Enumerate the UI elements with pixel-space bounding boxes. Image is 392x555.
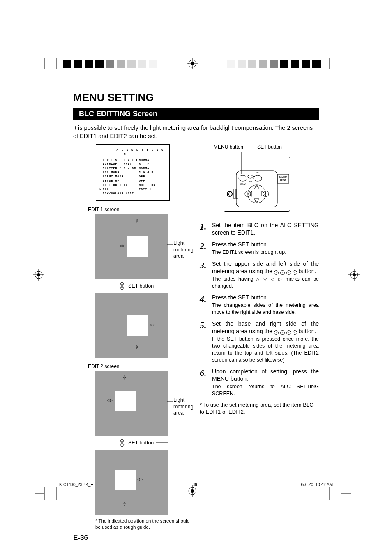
- dpad-icon: ◦: [293, 270, 297, 275]
- svg-rect-3: [63, 60, 71, 68]
- dpad-icon: ◦: [280, 270, 285, 275]
- alc-settings-panel: – – – A L C S E T T I N G S – – – I R I …: [96, 144, 170, 201]
- alc-row: AVERAGE : PEAK8 : 2: [99, 162, 166, 166]
- step-1: 1.Set the item BLC on the ALC SETTING sc…: [200, 221, 319, 236]
- svg-rect-8: [117, 60, 125, 68]
- svg-rect-16: [227, 60, 235, 68]
- set-text: SET: [256, 171, 260, 174]
- menu-button-label: MENU button: [214, 144, 243, 150]
- page-number: E-36: [73, 534, 88, 541]
- edit2-screen: △▽ ◁ ▷: [95, 371, 168, 436]
- svg-rect-18: [248, 60, 256, 68]
- svg-rect-64: [277, 174, 289, 183]
- up-down-arrow-icon: [118, 281, 126, 290]
- svg-rect-23: [302, 60, 310, 68]
- step-3: 3.Set the upper side and left side of th…: [200, 260, 319, 290]
- svg-point-53: [228, 193, 231, 195]
- alc-row: LOLUX MODEOFF: [99, 175, 166, 179]
- svg-text:SETUP: SETUP: [280, 179, 286, 181]
- svg-rect-54: [234, 189, 235, 199]
- svg-rect-7: [106, 60, 114, 68]
- edit2-label: EDIT 2 screen: [88, 364, 192, 369]
- alc-row: SHUTTER / E x DRNORMAL: [99, 166, 166, 170]
- step-2: 2.Press the SET button.The EDIT1 screen …: [200, 241, 319, 256]
- step-6: 6.Upon completion of setting, press the …: [200, 368, 319, 397]
- registration-mark-left: [33, 269, 44, 281]
- svg-rect-11: [149, 60, 157, 68]
- alc-row: B&W/COLOUR MODE: [99, 191, 166, 196]
- section-heading: BLC EDITTING Screen: [73, 108, 319, 120]
- intro-text: It is possible to set freely the light m…: [73, 124, 319, 140]
- alc-row: >BLCEDIT 1: [99, 187, 166, 191]
- svg-point-57: [239, 175, 247, 181]
- alc-row: PR I OR I TYMOT I ON: [99, 183, 166, 187]
- svg-text:CAMERA: CAMERA: [279, 176, 287, 178]
- print-footer: TK-C1430_23-44_E 36 05.6.20, 10:42 AM: [57, 482, 333, 487]
- dpad-icon: ◦: [274, 270, 279, 275]
- svg-rect-17: [238, 60, 246, 68]
- dpad-icon: ◦: [274, 330, 279, 335]
- controller-diagram: SET AWS MENU: [224, 157, 290, 212]
- svg-rect-6: [95, 60, 104, 68]
- screen-footnote: * The indicated position on the screen s…: [95, 518, 192, 530]
- alc-row: I R I S L E V E LNORMAL: [99, 158, 166, 162]
- alc-title: – – – A L C S E T T I N G S – – –: [99, 148, 166, 156]
- svg-rect-19: [259, 60, 267, 68]
- step-5: 5.Set the base and right side of the met…: [200, 320, 319, 364]
- alc-row: AGC MODE2 0 d B: [99, 170, 166, 175]
- step-4: 4.Press the SET button.The changeable si…: [200, 294, 319, 316]
- svg-point-58: [254, 175, 262, 181]
- svg-text:MENU: MENU: [240, 183, 246, 185]
- svg-text:AWS: AWS: [248, 181, 252, 183]
- svg-point-52: [227, 191, 232, 196]
- post-note: * To use the set metering area, set the …: [200, 401, 319, 416]
- svg-rect-24: [312, 60, 321, 68]
- edit1-screen-2: △▽ ◁ ▷: [95, 293, 168, 358]
- registration-mark-right: [348, 269, 360, 281]
- svg-rect-5: [85, 60, 93, 68]
- svg-rect-9: [127, 60, 136, 68]
- svg-rect-4: [74, 60, 82, 68]
- svg-rect-20: [270, 60, 278, 68]
- set-button-label: SET button: [257, 144, 282, 150]
- svg-rect-21: [280, 60, 288, 68]
- svg-rect-55: [236, 189, 238, 199]
- set-button-row-1: SET button: [118, 281, 192, 290]
- light-metering-label-1: Light metering area: [173, 240, 194, 260]
- crop-marks-top: [0, 58, 392, 71]
- dpad-icon: ◦: [280, 330, 285, 335]
- dpad-icon: ◦: [293, 330, 297, 335]
- svg-rect-22: [291, 60, 299, 68]
- dpad-icon: ◦: [286, 270, 291, 275]
- edit1-label: EDIT 1 screen: [88, 207, 192, 212]
- alc-row: SENSE UPOFF: [99, 179, 166, 183]
- light-metering-label-2: Light metering area: [173, 397, 194, 417]
- dpad-icon: ◦: [286, 330, 291, 335]
- set-button-row-2: SET button: [118, 438, 192, 447]
- page-title: MENU SETTING: [73, 91, 319, 104]
- up-down-arrow-icon: [118, 438, 126, 447]
- edit1-screen: △▽ ◁ ▷: [95, 214, 168, 279]
- steps-list: 1.Set the item BLC on the ALC SETTING sc…: [200, 221, 319, 397]
- svg-rect-10: [138, 60, 146, 68]
